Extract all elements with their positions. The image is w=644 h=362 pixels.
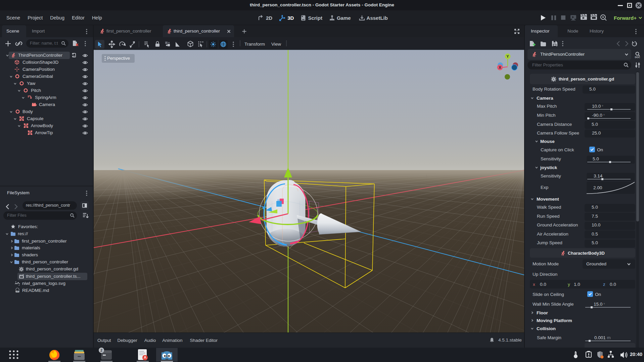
svg-text:X: X <box>499 65 501 69</box>
svg-text:Y: Y <box>506 54 509 58</box>
svg-text:DOC: DOC <box>635 56 640 58</box>
